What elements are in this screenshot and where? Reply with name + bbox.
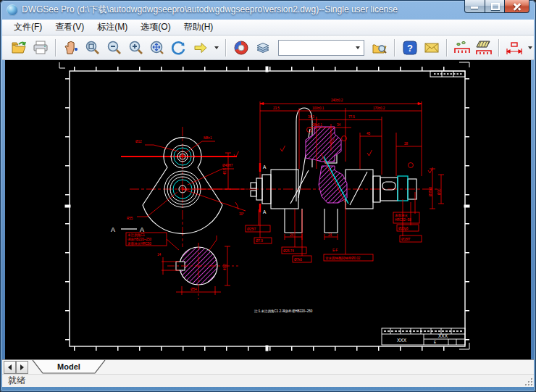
dim-label: Ø40H7 [222, 164, 233, 167]
toolbar-separator [225, 39, 227, 57]
right-arrow-icon [20, 364, 24, 370]
section-title-right: A [140, 226, 144, 233]
go-next-dropdown[interactable] [214, 46, 219, 49]
section-mark: A [263, 164, 267, 170]
menu-markup[interactable]: 标注(M) [91, 20, 133, 35]
dimension-dropdown[interactable] [528, 46, 532, 49]
title-block-field: XXX [438, 333, 448, 338]
zoom-extents-icon [148, 39, 166, 57]
title-block: XXX XXX E [382, 328, 465, 345]
layers-button[interactable] [254, 38, 272, 57]
dim-label: 100±0.1 [312, 107, 324, 110]
toolbar-separator [446, 39, 448, 57]
help-icon: ? [402, 40, 418, 56]
open-file-icon [10, 39, 28, 57]
dim-label: 240±0.2 [331, 99, 343, 102]
menu-file[interactable]: 文件(F) [8, 20, 48, 35]
resize-grip[interactable] [524, 377, 532, 385]
help-button[interactable]: ? [401, 38, 419, 57]
dim-label: 24 [328, 233, 332, 237]
dim-label: 45.5 [223, 168, 227, 175]
print-button[interactable] [31, 38, 50, 57]
section-view: A A 14 [111, 226, 238, 299]
hatched-web-upper [306, 127, 341, 162]
zoom-window-icon [84, 39, 101, 57]
tab-scroll-left-button[interactable] [4, 361, 16, 374]
section-title-left: A [111, 226, 115, 233]
maximize-button[interactable] [485, 0, 505, 13]
drawing-canvas[interactable]: Ø40H7 M8×1 Ø12 R55 45.5 30° A A [5, 60, 531, 359]
send-mail-button[interactable] [422, 38, 441, 57]
dim-label: 14 [157, 253, 162, 257]
color-settings-button[interactable] [232, 38, 251, 57]
menu-bar: 文件(F) 查看(V) 标注(M) 选项(O) 帮助(H) [2, 20, 534, 36]
svg-text:?: ? [407, 43, 413, 54]
menu-options[interactable]: 选项(O) [135, 20, 176, 35]
print-icon [32, 39, 49, 57]
title-bar[interactable]: DWGSee Pro (d:\下载\autodwgdwgseepro\autod… [0, 0, 536, 20]
callout-text: 表面淬火 [395, 214, 409, 217]
open-file-button[interactable] [9, 38, 28, 57]
tab-model-label: Model [57, 362, 80, 371]
search-combobox[interactable] [278, 40, 364, 56]
dim-label: 34 [337, 123, 341, 127]
tab-model[interactable]: Model [31, 360, 118, 374]
close-button[interactable] [505, 0, 529, 13]
zoom-out-button[interactable] [105, 38, 124, 57]
toolbar-separator [55, 39, 56, 57]
dim-label: 28±0.1 [312, 123, 322, 127]
window-title: DWGSee Pro (d:\下载\autodwgdwgseepro\autod… [22, 4, 398, 16]
ef-label: E-F [332, 249, 338, 252]
left-arrow-icon [8, 364, 12, 370]
zoom-extents-button[interactable] [148, 38, 167, 57]
title-block-field: E [434, 341, 436, 344]
dim-label: M8×1 [204, 136, 212, 140]
menu-help[interactable]: 帮助(H) [178, 20, 219, 35]
zoom-in-button[interactable] [127, 38, 146, 57]
measure-distance-button[interactable] [453, 38, 472, 57]
dim-label: 77.5 [348, 115, 355, 119]
callout-text: 调质HB220~250 [127, 237, 151, 241]
minimize-button[interactable] [464, 0, 485, 13]
callout-text: 首末两轴颈同轴度Ø0.02 [325, 257, 361, 260]
find-folder-icon [371, 39, 388, 57]
zoom-window-button[interactable] [83, 38, 102, 57]
toolbar: ? [2, 36, 534, 60]
next-arrow-icon [192, 39, 209, 57]
dim-label: Ø12 [135, 140, 142, 143]
cad-drawing[interactable]: Ø40H7 M8×1 Ø12 R55 45.5 30° A A [5, 60, 531, 359]
layout-tab-bar: Model [2, 359, 534, 374]
maximize-icon [491, 3, 500, 10]
tab-scroll-right-button[interactable] [16, 361, 28, 374]
find-in-drawing-button[interactable] [370, 38, 389, 57]
measure-distance-icon [453, 38, 472, 57]
callout-text: Ø7.9 [256, 239, 263, 243]
callout-text: Ø25.74 [283, 249, 294, 253]
canvas-border: Ø40H7 M8×1 Ø12 R55 45.5 30° A A [2, 60, 534, 359]
measure-area-button[interactable] [474, 38, 493, 57]
side-view: A A [234, 99, 444, 262]
dim-label: R55 [127, 217, 133, 220]
dimension-button[interactable] [505, 38, 524, 57]
dim-label: Ø30 [437, 188, 441, 195]
dim-label: 38.3 [308, 115, 314, 119]
measure-area-icon [474, 38, 493, 57]
dimension-icon [505, 38, 524, 57]
mail-icon [423, 39, 440, 57]
go-next-button[interactable] [191, 38, 210, 57]
status-bar: 就绪 [2, 374, 534, 387]
menu-view[interactable]: 查看(V) [49, 20, 90, 35]
callout-text: Ø25f7 [247, 228, 256, 231]
pan-button[interactable] [62, 38, 80, 57]
app-logo-icon [7, 4, 18, 16]
combobox-dropdown-icon[interactable] [356, 46, 360, 49]
callout-text: Ø18f7 [401, 238, 411, 241]
status-text: 就绪 [8, 375, 25, 387]
callout-text: Ø20g6 [398, 227, 409, 230]
dim-label: 23.5 [273, 107, 280, 110]
minimize-icon [471, 7, 478, 9]
dim-label: 28 [404, 142, 409, 146]
dim-label: Ø35k6 [429, 186, 432, 196]
rotate-view-button[interactable] [169, 38, 188, 57]
dim-label: 45 [367, 132, 371, 135]
